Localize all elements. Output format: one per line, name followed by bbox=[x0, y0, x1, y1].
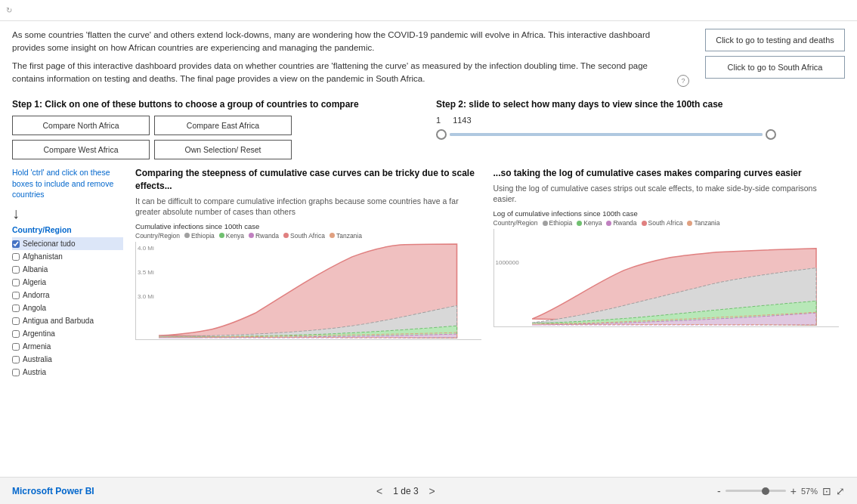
compare-east-africa-button[interactable]: Compare East Africa bbox=[154, 116, 292, 135]
country-name: Afghanistan bbox=[23, 250, 63, 263]
legend-label-left: Country/Region bbox=[135, 232, 180, 240]
country-region-label: Country/Region bbox=[12, 225, 123, 234]
step2-title: Step 2: slide to select how many days to… bbox=[436, 99, 845, 110]
country-name: Australia bbox=[23, 353, 52, 366]
footer-pagination: < 1 de 3 > bbox=[373, 484, 438, 499]
slider-wrapper[interactable] bbox=[436, 129, 776, 140]
legend-text: Kenya bbox=[226, 232, 244, 240]
list-item-argentina[interactable]: Argentina bbox=[12, 327, 123, 340]
country-name: Selecionar tudo bbox=[23, 237, 76, 250]
country-name: Algeria bbox=[23, 276, 46, 289]
chart-panel-right: ...so taking the log of cumulative cases… bbox=[487, 167, 846, 477]
legend-item-kenya-right: Kenya bbox=[577, 219, 602, 227]
expand-button[interactable]: ⤢ bbox=[836, 485, 845, 497]
y-label-30: 3.0 Mi bbox=[138, 293, 154, 300]
chart-left-subtitle: It can be difficult to compare cumulativ… bbox=[135, 196, 481, 218]
checkbox-argentina[interactable] bbox=[12, 330, 20, 338]
slider-track[interactable] bbox=[450, 133, 763, 136]
country-name: Angola bbox=[23, 301, 46, 314]
checkbox-armenia[interactable] bbox=[12, 343, 20, 351]
chart-svg-right bbox=[532, 229, 840, 326]
prev-page-button[interactable]: < bbox=[373, 484, 385, 499]
legend-text: Ethiopia bbox=[191, 232, 215, 240]
list-item-afghanistan[interactable]: Afghanistan bbox=[12, 250, 123, 263]
testing-deaths-button[interactable]: Click to go to testing and deaths bbox=[705, 29, 845, 51]
compare-west-africa-button[interactable]: Compare West Africa bbox=[12, 140, 150, 159]
slider-values: 1 1143 bbox=[436, 116, 845, 125]
legend-label-right: Country/Region bbox=[493, 219, 538, 227]
list-item-armenia[interactable]: Armenia bbox=[12, 340, 123, 353]
zoom-slider[interactable] bbox=[726, 490, 786, 492]
sidebar: Hold 'ctrl' and click on these boxes to … bbox=[12, 167, 129, 477]
list-item-austria[interactable]: Austria bbox=[12, 366, 123, 379]
checkbox-algeria[interactable] bbox=[12, 279, 20, 286]
step2-section: Step 2: slide to select how many days to… bbox=[421, 99, 845, 159]
slider-right-handle[interactable] bbox=[766, 129, 776, 140]
nav-buttons: Click to go to testing and deaths Click … bbox=[701, 29, 845, 90]
checkbox-antigua[interactable] bbox=[12, 317, 20, 325]
list-item-selecionar[interactable]: Selecionar tudo bbox=[12, 237, 123, 250]
footer: Microsoft Power BI < 1 de 3 > - + 57% ⊡ … bbox=[0, 477, 857, 504]
checkbox-andorra[interactable] bbox=[12, 292, 20, 299]
chart-left-label: Cumulative infections since 100th case bbox=[135, 222, 481, 230]
top-bar: ↻ bbox=[0, 0, 857, 21]
step1-title: Step 1: Click on one of these buttons to… bbox=[12, 99, 421, 110]
list-item-algeria[interactable]: Algeria bbox=[12, 276, 123, 289]
main-content: As some countries 'flatten the curve' an… bbox=[0, 21, 857, 477]
list-item-angola[interactable]: Angola bbox=[12, 301, 123, 314]
loading-icon: ↻ bbox=[6, 6, 12, 14]
fit-page-button[interactable]: ⊡ bbox=[822, 485, 831, 497]
checkbox-afghanistan[interactable] bbox=[12, 253, 20, 261]
legend-item-rwanda-left: Rwanda bbox=[249, 232, 279, 240]
checkbox-australia[interactable] bbox=[12, 356, 20, 363]
chart-left-title: Comparing the steepness of cumulative ca… bbox=[135, 167, 481, 193]
step1-section: Step 1: Click on one of these buttons to… bbox=[12, 99, 421, 159]
country-name: Austria bbox=[23, 366, 46, 379]
country-list: Selecionar tudo Afghanistan Albania Alge… bbox=[12, 237, 123, 379]
intro-paragraph-2: The first page of this interactive dashb… bbox=[12, 60, 662, 86]
chart-right-title: ...so taking the log of cumulative cases… bbox=[493, 167, 840, 180]
zoom-handle[interactable] bbox=[762, 487, 769, 495]
checkbox-selecionar[interactable] bbox=[12, 240, 20, 248]
zoom-minus-button[interactable]: - bbox=[717, 485, 721, 497]
legend-item-ethiopia-right: Ethiopia bbox=[543, 219, 573, 227]
country-name: Andorra bbox=[23, 289, 50, 301]
legend-item-kenya-left: Kenya bbox=[219, 232, 244, 240]
legend-text: Kenya bbox=[583, 219, 602, 227]
charts-area: Comparing the steepness of cumulative ca… bbox=[129, 167, 845, 477]
legend-dot-ethiopia-r bbox=[543, 221, 548, 226]
legend-dot-southafrica-r bbox=[642, 221, 647, 226]
zoom-percent: 57% bbox=[801, 487, 818, 496]
slider-min-value: 1 bbox=[436, 116, 441, 125]
legend-item-southafrica-right: South Africa bbox=[642, 219, 683, 227]
next-page-button[interactable]: > bbox=[426, 484, 438, 499]
slider-left-handle[interactable] bbox=[436, 129, 447, 140]
legend-text: Rwanda bbox=[613, 219, 636, 227]
checkbox-albania[interactable] bbox=[12, 266, 20, 274]
checkbox-angola[interactable] bbox=[12, 305, 20, 312]
intro-paragraph-1: As some countries 'flatten the curve' an… bbox=[12, 29, 662, 55]
list-item-australia[interactable]: Australia bbox=[12, 353, 123, 366]
legend-dot-rwanda bbox=[249, 233, 254, 238]
y-label-35: 3.5 Mi bbox=[138, 269, 154, 276]
chart-panel-left: Comparing the steepness of cumulative ca… bbox=[129, 167, 487, 477]
legend-dot-southafrica bbox=[283, 233, 289, 238]
powerbi-brand[interactable]: Microsoft Power BI bbox=[12, 486, 94, 496]
chart-right-legend: Country/Region Ethiopia Kenya Rwanda bbox=[493, 219, 840, 227]
help-icon[interactable]: ? bbox=[677, 75, 689, 87]
sidebar-instruction: Hold 'ctrl' and click on these boxes to … bbox=[12, 167, 123, 200]
chart-left-legend: Country/Region Ethiopia Kenya Rwanda bbox=[135, 232, 481, 240]
footer-zoom: - + 57% ⊡ ⤢ bbox=[717, 485, 845, 497]
south-africa-button[interactable]: Click to go to South Africa bbox=[705, 56, 845, 79]
page-indicator: 1 de 3 bbox=[393, 486, 418, 496]
list-item-andorra[interactable]: Andorra bbox=[12, 289, 123, 301]
list-item-antigua[interactable]: Antigua and Barbuda bbox=[12, 314, 123, 327]
compare-north-africa-button[interactable]: Compare North Africa bbox=[12, 116, 150, 135]
zoom-plus-button[interactable]: + bbox=[790, 485, 797, 497]
y-label-40: 4.0 Mi bbox=[138, 245, 154, 252]
chart-right-label: Log of cumulative infections since 100th… bbox=[493, 209, 840, 218]
own-selection-button[interactable]: Own Selection/ Reset bbox=[154, 140, 292, 159]
legend-dot-rwanda-r bbox=[606, 221, 611, 226]
list-item-albania[interactable]: Albania bbox=[12, 263, 123, 276]
checkbox-austria[interactable] bbox=[12, 369, 20, 376]
